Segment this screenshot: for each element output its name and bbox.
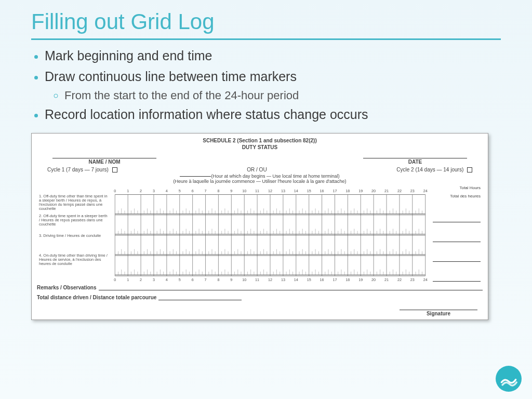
hour-note: (Hour at which day begins — Use local ti… xyxy=(37,174,483,184)
svg-text:15: 15 xyxy=(307,189,311,194)
svg-text:6: 6 xyxy=(192,278,194,283)
total-hours-en: Total Hours xyxy=(431,186,483,194)
svg-text:14: 14 xyxy=(294,189,298,194)
duty-status-form: SCHEDULE 2 (Section 1 and subsection 82(… xyxy=(31,133,488,320)
svg-text:1: 1 xyxy=(127,278,129,283)
svg-text:10: 10 xyxy=(242,278,246,283)
cycle2-checkbox xyxy=(467,167,472,172)
svg-text:22: 22 xyxy=(397,189,402,194)
row-labels: 1. Off-duty time other than time spent i… xyxy=(37,186,110,282)
svg-text:19: 19 xyxy=(358,278,363,283)
svg-text:18: 18 xyxy=(345,278,350,283)
svg-text:11: 11 xyxy=(255,189,259,194)
svg-text:1: 1 xyxy=(127,189,129,194)
bullet-2-sub: From the start to the end of the 24-hour… xyxy=(64,88,501,103)
svg-text:19: 19 xyxy=(358,189,363,194)
date-label: DATE xyxy=(408,159,422,165)
svg-text:4: 4 xyxy=(166,278,168,283)
cycle2: Cycle 2 (14 days — 14 jours) xyxy=(396,167,472,172)
svg-text:13: 13 xyxy=(281,189,285,194)
svg-text:15: 15 xyxy=(307,278,311,283)
cycle1-label: Cycle 1 (7 days — 7 jours) xyxy=(47,167,109,172)
svg-text:3: 3 xyxy=(153,189,155,194)
hour-note-fr: (Heure à laquelle la journée commence — … xyxy=(173,179,346,184)
bullet-list: Mark beginning and end time Draw continu… xyxy=(31,47,501,124)
svg-text:7: 7 xyxy=(205,278,207,283)
row-label-2: 2. Off-duty time spent in a sleeper bert… xyxy=(37,213,110,233)
svg-text:3: 3 xyxy=(153,278,155,283)
svg-text:8: 8 xyxy=(217,278,219,283)
or-label: OR / OU xyxy=(247,167,267,172)
title-rule xyxy=(31,38,501,40)
total-hours-fr: Total des heures xyxy=(431,194,483,203)
bullet-2-sublist: From the start to the end of the 24-hour… xyxy=(45,88,501,103)
svg-text:23: 23 xyxy=(410,278,415,283)
svg-text:24: 24 xyxy=(423,189,428,194)
svg-text:5: 5 xyxy=(179,189,181,194)
slide: Filling out Grid Log Mark beginning and … xyxy=(0,0,532,325)
svg-text:24: 24 xyxy=(423,278,428,283)
svg-text:6: 6 xyxy=(192,189,194,194)
row-label-1: 1. Off-duty time other than time spent i… xyxy=(37,193,110,213)
cycle1: Cycle 1 (7 days — 7 jours) xyxy=(47,167,117,172)
cycle1-checkbox xyxy=(112,167,117,172)
svg-text:13: 13 xyxy=(281,278,285,283)
total-hours-col: Total Hours Total des heures xyxy=(431,186,483,282)
svg-text:23: 23 xyxy=(410,189,415,194)
bullet-2-text: Draw continuous line between time marker… xyxy=(45,69,297,84)
form-header: SCHEDULE 2 (Section 1 and subsection 82(… xyxy=(37,138,483,143)
slide-title: Filling out Grid Log xyxy=(31,9,501,34)
svg-text:17: 17 xyxy=(332,189,337,194)
svg-text:0: 0 xyxy=(114,278,116,283)
svg-text:8: 8 xyxy=(217,189,219,194)
svg-text:14: 14 xyxy=(294,278,298,283)
distance-label: Total distance driven / Distance totale … xyxy=(37,295,158,300)
svg-text:7: 7 xyxy=(205,189,207,194)
distance-row: Total distance driven / Distance totale … xyxy=(37,295,483,300)
cycle2-label: Cycle 2 (14 days — 14 jours) xyxy=(396,167,463,172)
brand-logo xyxy=(496,366,522,392)
bullet-3: Record location information where status… xyxy=(45,106,501,124)
svg-text:17: 17 xyxy=(332,278,337,283)
svg-text:4: 4 xyxy=(166,189,168,194)
bullet-1: Mark beginning and end time xyxy=(45,47,501,65)
svg-text:5: 5 xyxy=(179,278,181,283)
svg-text:12: 12 xyxy=(268,278,272,283)
svg-text:11: 11 xyxy=(255,278,259,283)
svg-text:21: 21 xyxy=(384,189,389,194)
svg-text:9: 9 xyxy=(230,278,232,283)
grid-svg: 0011223344556677889910101111121213131414… xyxy=(110,186,431,282)
signature-block: Signature xyxy=(400,305,477,316)
svg-text:20: 20 xyxy=(371,278,376,283)
svg-text:12: 12 xyxy=(268,189,272,194)
row-label-4: 4. On-duty time other than driving time … xyxy=(37,252,110,272)
form-subheader: DUTY STATUS xyxy=(37,144,483,150)
svg-text:16: 16 xyxy=(320,278,324,283)
name-label: NAME / NOM xyxy=(88,159,120,165)
cycle-row: Cycle 1 (7 days — 7 jours) OR / OU Cycle… xyxy=(47,167,472,172)
bullet-2: Draw continuous line between time marker… xyxy=(45,68,501,103)
name-date-row: NAME / NOM DATE xyxy=(52,153,467,165)
signature-label: Signature xyxy=(427,311,450,316)
wave-icon xyxy=(500,370,517,388)
hour-note-en: (Hour at which day begins — Use local ti… xyxy=(211,174,339,179)
svg-text:9: 9 xyxy=(230,189,232,194)
date-field: DATE xyxy=(363,153,467,165)
svg-text:16: 16 xyxy=(320,189,324,194)
row-label-3: 3. Driving time / Heures de conduite xyxy=(37,233,110,252)
name-field: NAME / NOM xyxy=(52,153,156,165)
remarks-label: Remarks / Observations xyxy=(37,285,99,290)
grid-area: 1. Off-duty time other than time spent i… xyxy=(37,186,483,282)
svg-text:10: 10 xyxy=(242,189,246,194)
remarks-row: Remarks / Observations xyxy=(37,285,483,290)
svg-text:22: 22 xyxy=(397,278,402,283)
svg-text:2: 2 xyxy=(140,278,142,283)
svg-text:2: 2 xyxy=(140,189,142,194)
svg-text:18: 18 xyxy=(345,189,350,194)
svg-text:21: 21 xyxy=(384,278,389,283)
svg-text:0: 0 xyxy=(114,189,116,194)
svg-text:20: 20 xyxy=(371,189,376,194)
